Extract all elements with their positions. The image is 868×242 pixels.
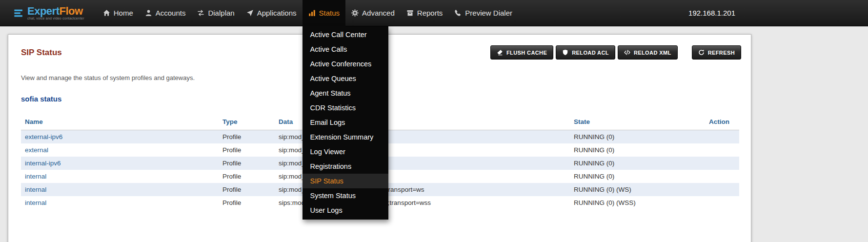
nav-item-applications[interactable]: Applications	[241, 0, 303, 26]
nav-item-accounts[interactable]: Accounts	[139, 0, 192, 26]
nav-item-label: Accounts	[156, 9, 186, 17]
nav-item-label: Home	[114, 9, 133, 17]
cell-name: internal-ipv6	[21, 157, 219, 170]
menu-item-sip-status[interactable]: SIP Status	[303, 174, 388, 188]
menu-item-extension-summary[interactable]: Extension Summary	[303, 130, 388, 144]
user-icon	[145, 9, 152, 17]
nav-item-label: Advanced	[362, 9, 395, 17]
flush-cache-button[interactable]: FLUSH CACHE	[490, 45, 553, 60]
cell-state: RUNNING (0)	[570, 170, 705, 183]
menu-item-agent-status[interactable]: Agent Status	[303, 86, 388, 101]
nav-item-preview-dialer[interactable]: Preview Dialer	[448, 0, 518, 26]
button-label: FLUSH CACHE	[506, 50, 547, 56]
nav-item-label: Dialplan	[208, 9, 234, 17]
menu-item-email-logs[interactable]: Email Logs	[303, 115, 388, 130]
profile-name-link[interactable]: external	[25, 146, 48, 154]
menu-item-cdr-statistics[interactable]: CDR Statistics	[303, 101, 388, 115]
cell-name: external	[21, 143, 219, 157]
cell-action	[705, 130, 739, 144]
menu-item-log-viewer[interactable]: Log Viewer	[303, 144, 388, 159]
server-ip: 192.168.1.201	[688, 9, 735, 17]
logo-text-secondary: Flow	[59, 5, 82, 17]
cell-type: Profile	[219, 196, 275, 209]
cell-state: RUNNING (0)	[570, 157, 705, 170]
button-label: RELOAD XML	[634, 50, 671, 56]
cell-action	[705, 170, 739, 183]
menu-item-active-conferences[interactable]: Active Conferences	[303, 57, 388, 71]
menu-item-user-logs[interactable]: User Logs	[303, 203, 388, 218]
column-header-action: Action	[705, 114, 739, 130]
reload-acl-button[interactable]: RELOAD ACL	[556, 45, 615, 60]
cell-name: external-ipv6	[21, 130, 219, 144]
cell-name: internal	[21, 196, 219, 209]
page-title: SIP Status	[21, 48, 62, 58]
menu-item-active-calls[interactable]: Active Calls	[303, 42, 388, 57]
column-header-name: Name	[21, 114, 219, 130]
nav-item-home[interactable]: Home	[97, 0, 139, 26]
cell-name: internal	[21, 183, 219, 196]
refresh-button[interactable]: REFRESH	[692, 45, 741, 60]
nav-item-label: Applications	[257, 9, 297, 17]
refresh-icon	[698, 49, 705, 56]
nav-item-label: Preview Dialer	[465, 9, 512, 17]
cell-name: internal	[21, 170, 219, 183]
cell-type: Profile	[219, 157, 275, 170]
cell-action	[705, 143, 739, 157]
menu-item-active-queues[interactable]: Active Queues	[303, 71, 388, 86]
home-icon	[103, 9, 110, 17]
toolbar: FLUSH CACHERELOAD ACLRELOAD XMLREFRESH	[490, 45, 741, 60]
nav-item-label: Status	[319, 9, 340, 17]
logo-bars-icon	[14, 8, 24, 19]
cell-state: RUNNING (0) (WSS)	[570, 196, 705, 209]
logo-tagline: chat, voice and video contactcenter	[27, 17, 84, 20]
cell-state: RUNNING (0)	[570, 143, 705, 157]
transfer-icon	[197, 9, 204, 17]
code-icon	[624, 49, 630, 56]
main-nav: HomeAccountsDialplanApplicationsStatusAc…	[97, 0, 518, 26]
shield-icon	[562, 49, 568, 56]
cell-state: RUNNING (0) (WS)	[570, 183, 705, 196]
send-icon	[246, 9, 254, 17]
cell-type: Profile	[219, 170, 275, 183]
cell-action	[705, 183, 739, 196]
bar-chart-icon	[308, 9, 316, 17]
phone-icon	[454, 9, 462, 17]
status-dropdown-menu: Active Call CenterActive CallsActive Con…	[303, 26, 388, 220]
cell-type: Profile	[219, 143, 275, 157]
profile-name-link[interactable]: internal-ipv6	[25, 160, 61, 167]
app-logo[interactable]: ExpertFlow chat, voice and video contact…	[14, 6, 84, 20]
button-label: REFRESH	[708, 50, 735, 56]
archive-icon	[406, 9, 414, 17]
profile-name-link[interactable]: external-ipv6	[25, 133, 62, 141]
nav-item-label: Reports	[417, 9, 443, 17]
menu-item-registrations[interactable]: Registrations	[303, 159, 388, 174]
menu-item-system-status[interactable]: System Status	[303, 188, 388, 203]
column-header-type: Type	[219, 114, 275, 130]
column-header-state: State	[570, 114, 705, 130]
nav-item-reports[interactable]: Reports	[401, 0, 449, 26]
profile-name-link[interactable]: internal	[25, 199, 46, 206]
button-label: RELOAD ACL	[572, 50, 609, 56]
reload-xml-button[interactable]: RELOAD XML	[618, 45, 678, 60]
cell-action	[705, 157, 739, 170]
profile-name-link[interactable]: internal	[25, 186, 46, 193]
cell-type: Profile	[219, 183, 275, 196]
eraser-icon	[497, 49, 503, 56]
cell-state: RUNNING (0)	[570, 130, 705, 144]
profile-name-link[interactable]: internal	[25, 173, 46, 180]
logo-text-primary: Expert	[27, 5, 59, 17]
cell-action	[705, 196, 739, 209]
nav-item-dialplan[interactable]: Dialplan	[191, 0, 240, 26]
cell-type: Profile	[219, 130, 275, 144]
nav-item-status[interactable]: StatusActive Call CenterActive CallsActi…	[303, 0, 346, 26]
top-navbar: ExpertFlow chat, voice and video contact…	[0, 0, 868, 26]
menu-item-active-call-center[interactable]: Active Call Center	[303, 27, 388, 42]
nav-item-advanced[interactable]: Advanced	[345, 0, 401, 26]
logo-text: ExpertFlow chat, voice and video contact…	[27, 6, 84, 20]
gear-icon	[351, 9, 359, 17]
